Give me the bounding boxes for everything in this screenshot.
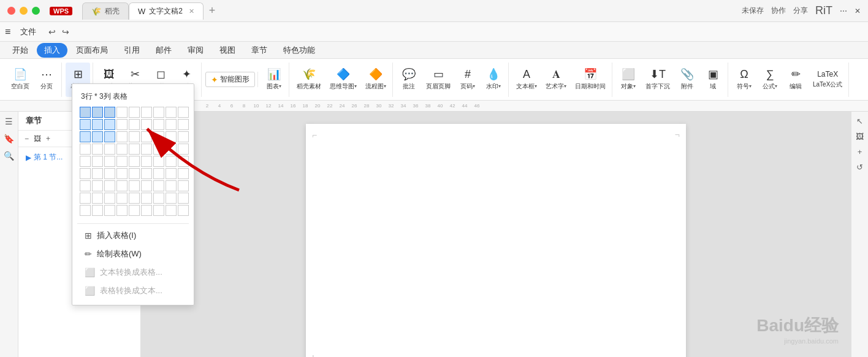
more-options-icon[interactable]: ⋯ <box>840 7 847 15</box>
art-text-button[interactable]: 𝐀 艺术字 ▾ <box>542 63 570 97</box>
table-grid-cell[interactable] <box>178 144 189 155</box>
tab-insert[interactable]: 插入 <box>37 43 67 58</box>
table-grid-cell[interactable] <box>80 107 91 118</box>
table-grid-cell[interactable] <box>116 119 128 130</box>
window-close-icon[interactable]: ✕ <box>855 7 861 15</box>
table-grid-cell[interactable] <box>116 193 128 204</box>
table-grid-cell[interactable] <box>92 144 103 155</box>
table-grid-cell[interactable] <box>92 119 103 130</box>
table-grid-cell[interactable] <box>80 144 91 155</box>
table-grid-cell[interactable] <box>116 180 128 191</box>
tab-review[interactable]: 审阅 <box>180 43 211 58</box>
table-grid-cell[interactable] <box>153 180 164 191</box>
table-grid-cell[interactable] <box>141 180 152 191</box>
sidebar-bookmark-icon[interactable]: 🔖 <box>4 134 14 144</box>
table-grid-cell[interactable] <box>104 180 115 191</box>
menu-file[interactable]: 文件 <box>15 25 41 39</box>
hamburger-menu-icon[interactable]: ≡ <box>5 26 10 37</box>
table-grid-cell[interactable] <box>166 156 177 167</box>
date-time-button[interactable]: 📅 日期和时间 <box>571 63 609 97</box>
tab-document[interactable]: W 文字文稿2 ✕ <box>129 2 204 20</box>
right-add-icon[interactable]: + <box>858 147 862 156</box>
table-grid-cell[interactable] <box>80 205 91 216</box>
tab-page-layout[interactable]: 页面布局 <box>69 43 115 58</box>
section-break-button[interactable]: ⋯ 分页 <box>34 63 59 97</box>
table-grid-cell[interactable] <box>141 193 152 204</box>
table-grid-cell[interactable] <box>178 205 189 216</box>
table-grid-cell[interactable] <box>178 193 189 204</box>
table-grid-cell[interactable] <box>116 131 128 142</box>
object-button[interactable]: ⬜ 对象 ▾ <box>616 63 641 97</box>
table-grid-cell[interactable] <box>129 144 140 155</box>
tab-reference[interactable]: 引用 <box>116 43 147 58</box>
table-grid-cell[interactable] <box>92 180 103 191</box>
field-button[interactable]: ▣ 域 <box>701 63 725 97</box>
attachment-button[interactable]: 📎 附件 <box>675 63 699 97</box>
undo-button[interactable]: ↩ <box>46 26 58 38</box>
chapter-add-icon[interactable]: + <box>45 133 51 144</box>
table-grid-cell[interactable] <box>92 131 103 142</box>
table-grid-cell[interactable] <box>166 193 177 204</box>
table-grid-cell[interactable] <box>166 107 177 118</box>
tab-daoke[interactable]: 🌾 稻壳 <box>82 2 129 20</box>
table-grid-cell[interactable] <box>153 131 164 142</box>
table-grid[interactable] <box>77 107 189 221</box>
table-grid-cell[interactable] <box>116 107 128 118</box>
table-grid-cell[interactable] <box>104 205 115 216</box>
table-grid-cell[interactable] <box>141 156 152 167</box>
mind-map-button[interactable]: 🔷 思维导图 ▾ <box>326 63 360 97</box>
table-grid-cell[interactable] <box>166 205 177 216</box>
table-grid-cell[interactable] <box>80 131 91 142</box>
table-chart-button[interactable]: 📊 图表 ▾ <box>262 63 286 97</box>
table-grid-cell[interactable] <box>129 131 140 142</box>
table-grid-cell[interactable] <box>129 180 140 191</box>
table-grid-cell[interactable] <box>116 144 128 155</box>
watermark-button[interactable]: 💧 水印 ▾ <box>481 63 506 97</box>
table-grid-cell[interactable] <box>129 205 140 216</box>
table-grid-cell[interactable] <box>104 119 115 130</box>
table-grid-cell[interactable] <box>104 144 115 155</box>
table-grid-cell[interactable] <box>129 193 140 204</box>
robot-icon[interactable]: RiT <box>815 4 832 17</box>
minimize-dot[interactable] <box>20 7 28 15</box>
editing-button[interactable]: ✏ 编辑 <box>783 63 808 97</box>
table-grid-cell[interactable] <box>153 144 164 155</box>
table-grid-cell[interactable] <box>178 107 189 118</box>
sidebar-nav-icon[interactable]: ☰ <box>5 117 13 126</box>
table-grid-cell[interactable] <box>129 156 140 167</box>
table-grid-cell[interactable] <box>166 131 177 142</box>
right-cursor-icon[interactable]: ↖ <box>856 117 863 126</box>
table-grid-cell[interactable] <box>153 156 164 167</box>
table-grid-cell[interactable] <box>92 107 103 118</box>
table-grid-cell[interactable] <box>141 168 152 179</box>
table-grid-cell[interactable] <box>129 119 140 130</box>
right-image-icon[interactable]: 🖼 <box>856 132 864 141</box>
table-grid-cell[interactable] <box>92 193 103 204</box>
table-grid-cell[interactable] <box>141 131 152 142</box>
table-grid-cell[interactable] <box>129 168 140 179</box>
right-refresh-icon[interactable]: ↺ <box>856 163 863 172</box>
table-grid-cell[interactable] <box>104 107 115 118</box>
table-grid-cell[interactable] <box>129 107 140 118</box>
table-grid-cell[interactable] <box>153 107 164 118</box>
tab-start[interactable]: 开始 <box>5 43 36 58</box>
table-grid-cell[interactable] <box>141 144 152 155</box>
table-grid-cell[interactable] <box>141 205 152 216</box>
close-dot[interactable] <box>7 7 15 15</box>
table-grid-cell[interactable] <box>116 156 128 167</box>
symbol-button[interactable]: Ω 符号 ▾ <box>732 63 756 97</box>
tab-mail[interactable]: 邮件 <box>148 43 179 58</box>
blank-page-button[interactable]: 📄 空白页 <box>7 63 33 97</box>
table-grid-cell[interactable] <box>178 131 189 142</box>
table-grid-cell[interactable] <box>178 156 189 167</box>
chapter-image-icon[interactable]: 🖼 <box>32 133 42 144</box>
table-grid-cell[interactable] <box>166 144 177 155</box>
first-letter-button[interactable]: ⬇T 首字下沉 <box>642 63 674 97</box>
table-grid-cell[interactable] <box>178 180 189 191</box>
table-grid-cell[interactable] <box>104 193 115 204</box>
formula-button[interactable]: ∑ 公式 ▾ <box>758 63 782 97</box>
collaborate-label[interactable]: 协作 <box>771 6 786 16</box>
table-grid-cell[interactable] <box>80 193 91 204</box>
table-grid-cell[interactable] <box>104 156 115 167</box>
table-grid-cell[interactable] <box>178 168 189 179</box>
